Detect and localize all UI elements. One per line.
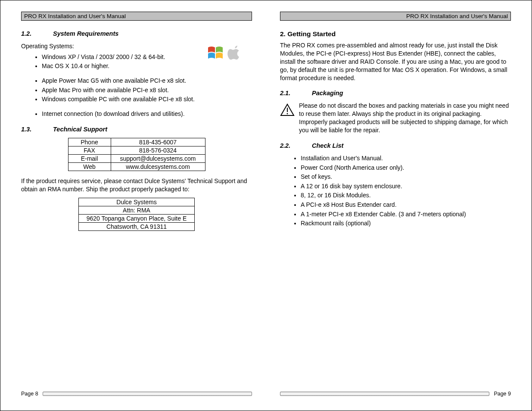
list-item: Mac OS X 10.4 or higher.	[42, 62, 252, 71]
chapter-heading: 2. Getting Started	[280, 30, 511, 38]
list-item: A 12 or 16 disk bay system enclosure.	[301, 182, 511, 191]
section-title: System Requirements	[53, 30, 118, 37]
address-table: Dulce Systems Attn: RMA 9620 Topanga Can…	[78, 198, 195, 231]
list-item: Installation and User's Manual.	[301, 154, 511, 163]
hardware-list: Apple Power Mac G5 with one available PC…	[21, 77, 252, 104]
address-line: Attn: RMA	[78, 206, 194, 215]
contact-label: Web	[68, 163, 111, 171]
address-line: 9620 Topanga Canyon Place, Suite E	[78, 215, 194, 223]
section-title: Check List	[312, 142, 343, 149]
contact-value: 818-576-0324	[111, 146, 205, 155]
table-row: Phone818-435-6007	[68, 138, 205, 146]
os-icons	[205, 43, 243, 63]
section-title: Packaging	[312, 90, 343, 97]
footer-bar-icon	[43, 392, 252, 396]
section-heading-packaging: 2.1. Packaging	[280, 90, 511, 97]
list-item: A 1-meter PCI-e x8 Extender Cable. (3 an…	[301, 210, 511, 219]
intro-paragraph: The PRO RX comes pre-assembled and almos…	[280, 41, 511, 82]
contact-label: Phone	[68, 138, 111, 146]
address-line: Dulce Systems	[78, 198, 194, 206]
list-item: 8, 12, or 16 Disk Modules.	[301, 191, 511, 200]
list-item: Internet connection (to download drivers…	[42, 110, 252, 118]
page-number: Page 8	[21, 391, 38, 397]
contact-table: Phone818-435-6007 FAX818-576-0324 E-mail…	[68, 138, 205, 171]
list-item: Apple Power Mac G5 with one available PC…	[42, 77, 252, 85]
footer-bar-icon	[280, 392, 489, 396]
list-item: Power Cord (North America user only).	[301, 164, 511, 172]
section-number: 1.3.	[21, 126, 51, 133]
header-bar-left: PRO RX Installation and User's Manual	[21, 12, 252, 21]
section-number: 2.1.	[280, 90, 310, 97]
header-bar-right: PRO RX Installation and User's Manual	[280, 12, 511, 21]
section-number: 2.2.	[280, 142, 310, 149]
footer-left: Page 8	[21, 391, 252, 397]
list-item: Rackmount rails (optional)	[301, 219, 511, 228]
list-item: Set of keys.	[301, 173, 511, 181]
section-heading-sysreq: 1.2. System Requirements	[21, 30, 252, 37]
page-number: Page 9	[494, 391, 511, 397]
rma-text: If the product requires service, please …	[21, 177, 252, 193]
contact-value: support@dulcesystems.com	[111, 155, 205, 163]
table-row: Dulce Systems	[78, 198, 194, 206]
section-number: 1.2.	[21, 30, 51, 37]
section-heading-checklist: 2.2. Check List	[280, 142, 511, 149]
footer-right: Page 9	[280, 391, 511, 397]
table-row: FAX818-576-0324	[68, 146, 205, 155]
list-item: Windows compatible PC with one available…	[42, 95, 252, 104]
table-row: E-mailsupport@dulcesystems.com	[68, 155, 205, 163]
list-item: Apple Mac Pro with one available PCI-e x…	[42, 86, 252, 95]
section-heading-techsup: 1.3. Technical Support	[21, 126, 252, 133]
system-requirements-section: 1.2. System Requirements Operating Syste…	[21, 30, 252, 118]
apple-logo-icon	[226, 43, 243, 62]
table-row: Webwww.dulcesystems.com	[68, 163, 205, 171]
contact-value: 818-435-6007	[111, 138, 205, 146]
contact-label: FAX	[68, 146, 111, 155]
table-row: 9620 Topanga Canyon Place, Suite E	[78, 215, 194, 223]
section-title: Technical Support	[53, 126, 107, 133]
contact-label: E-mail	[68, 155, 111, 163]
table-row: Chatsworth, CA 91311	[78, 223, 194, 231]
contact-value: www.dulcesystems.com	[111, 163, 205, 171]
list-item: A PCI-e x8 Host Bus Extender card.	[301, 201, 511, 209]
check-list: Installation and User's Manual. Power Co…	[280, 154, 511, 228]
packaging-warning: Please do not discard the boxes and pack…	[280, 102, 511, 134]
address-line: Chatsworth, CA 91311	[78, 223, 194, 231]
document-spread: PRO RX Installation and User's Manual 1.…	[0, 0, 532, 411]
windows-logo-icon	[205, 43, 224, 62]
page-right: PRO RX Installation and User's Manual 2.…	[271, 7, 520, 399]
network-list: Internet connection (to download drivers…	[21, 110, 252, 118]
warning-triangle-icon	[280, 103, 295, 116]
packaging-text: Please do not discard the boxes and pack…	[299, 102, 511, 134]
page-left: PRO RX Installation and User's Manual 1.…	[12, 7, 261, 399]
table-row: Attn: RMA	[78, 206, 194, 215]
svg-point-1	[287, 113, 288, 115]
